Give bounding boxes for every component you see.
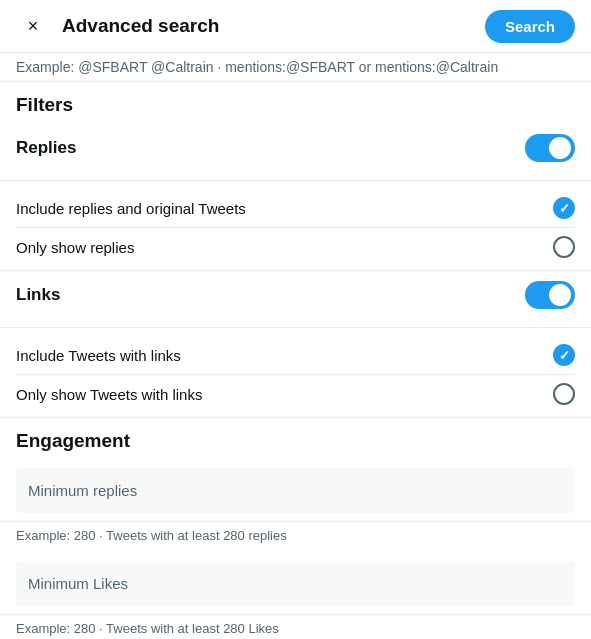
engagement-section: Engagement Example: 280 · Tweets with at…: [0, 418, 591, 639]
replies-toggle-row: Replies: [16, 128, 575, 168]
filters-heading: Filters: [0, 82, 591, 124]
close-button[interactable]: ×: [16, 9, 50, 43]
replies-toggle-section: Replies: [0, 124, 591, 181]
min-likes-hint: Example: 280 · Tweets with at least 280 …: [0, 615, 591, 638]
links-options: Include Tweets with links Only show Twee…: [0, 328, 591, 418]
engagement-heading: Engagement: [0, 418, 591, 460]
replies-option-2-radio[interactable]: [553, 236, 575, 258]
min-replies-input[interactable]: [16, 468, 575, 513]
page-title: Advanced search: [62, 15, 219, 37]
replies-option-2-row: Only show replies: [16, 228, 575, 266]
content-area: Example: @SFBART @Caltrain · mentions:@S…: [0, 53, 591, 639]
links-option-2-label: Only show Tweets with links: [16, 386, 202, 403]
replies-option-1-row: Include replies and original Tweets: [16, 189, 575, 228]
min-likes-group: [0, 553, 591, 615]
links-toggle-row: Links: [16, 275, 575, 315]
replies-label: Replies: [16, 138, 76, 158]
links-option-2-radio[interactable]: [553, 383, 575, 405]
close-icon: ×: [28, 16, 39, 37]
header: × Advanced search Search: [0, 0, 591, 53]
search-button[interactable]: Search: [485, 10, 575, 43]
min-likes-input[interactable]: [16, 561, 575, 606]
links-option-2-row: Only show Tweets with links: [16, 375, 575, 413]
replies-toggle[interactable]: [525, 134, 575, 162]
replies-option-1-radio[interactable]: [553, 197, 575, 219]
links-option-1-label: Include Tweets with links: [16, 347, 181, 364]
links-option-1-radio[interactable]: [553, 344, 575, 366]
links-option-1-row: Include Tweets with links: [16, 336, 575, 375]
min-replies-group: [0, 460, 591, 522]
filters-section: Filters Replies Include replies and orig…: [0, 82, 591, 418]
min-replies-hint: Example: 280 · Tweets with at least 280 …: [0, 522, 591, 545]
replies-option-1-label: Include replies and original Tweets: [16, 200, 246, 217]
header-left: × Advanced search: [16, 9, 219, 43]
links-label: Links: [16, 285, 60, 305]
links-toggle[interactable]: [525, 281, 575, 309]
links-toggle-section: Links: [0, 271, 591, 328]
example-text: Example: @SFBART @Caltrain · mentions:@S…: [0, 53, 591, 82]
replies-options: Include replies and original Tweets Only…: [0, 181, 591, 271]
replies-option-2-label: Only show replies: [16, 239, 134, 256]
